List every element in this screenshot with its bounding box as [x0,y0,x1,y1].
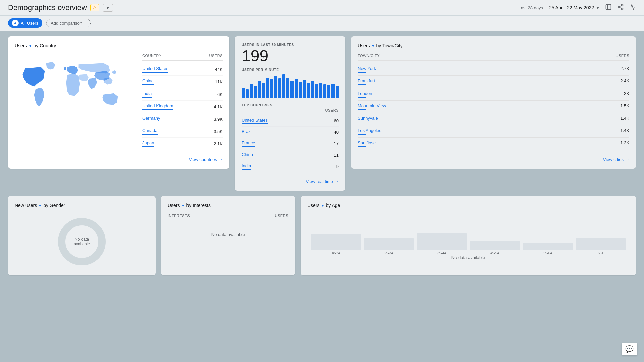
country-name-link[interactable]: United States [142,66,168,73]
col-interests-label: INTERESTS [168,214,190,218]
age-bar-group: 18-24 [311,234,361,255]
city-name-link[interactable]: Los Angeles [358,128,381,135]
country-value: 2.1K [214,141,223,146]
city-name-link[interactable]: San Jose [358,140,376,147]
add-icon: + [84,21,86,26]
title-dropdown-button[interactable]: ▼ [103,4,113,12]
per-minute-bar-chart [241,74,339,98]
country-card-title-prefix: Users [15,43,27,48]
city-name-link[interactable]: Frankfurt [358,78,375,85]
rt-country-link[interactable]: India [241,163,251,170]
bar-segment [311,81,314,98]
country-metric-dropdown[interactable]: ▾ [29,43,32,48]
user-avatar: A [12,20,19,26]
bar-segment [299,82,302,98]
age-card-header: Users ▾ by Age [307,203,629,208]
date-range[interactable]: 25 Apr - 22 May 2022 ▾ [549,5,599,10]
rt-value: 17 [334,141,339,146]
date-prefix: Last 28 days [518,5,543,10]
country-name-link[interactable]: India [142,91,152,98]
gender-title-suffix: by Gender [43,203,65,208]
bottom-row: New users ▾ by Gender No data available … [8,196,636,275]
add-comparison-label: Add comparison [51,21,82,26]
country-name-link[interactable]: Japan [142,140,154,147]
gender-card-header: New users ▾ by Gender [15,203,149,208]
realtime-count: 199 [241,48,339,64]
city-rows: New York 2.7K Frankfurt 2.4K London 2K M… [358,63,629,150]
age-bar [576,238,626,250]
world-map-svg [15,54,132,127]
age-bar [311,234,361,250]
bar-segment [307,83,310,98]
table-row: Japan 2.1K [142,138,223,150]
country-value: 3.9K [214,117,223,122]
city-name-link[interactable]: London [358,91,372,98]
age-bar [364,238,414,250]
country-name-link[interactable]: China [142,78,154,85]
view-countries-arrow: → [218,157,223,162]
bar-segment [254,86,257,98]
feedback-button[interactable]: 💬 [622,343,637,355]
table-row: Germany 3.9K [142,113,223,125]
view-countries-link[interactable]: View countries → [142,157,223,162]
bar-segment [290,81,293,98]
date-caret-icon[interactable]: ▾ [597,5,599,10]
view-cities-arrow: → [625,157,629,162]
col-interests-users-label: USERS [275,214,288,218]
bar-segment [258,81,261,98]
age-bar-label: 45-54 [490,251,499,255]
rt-country-link[interactable]: United States [241,118,268,124]
rt-col-users: USERS [325,108,339,112]
svg-line-5 [620,7,622,8]
page-title: Demographics overview [8,3,87,12]
country-name-link[interactable]: Germany [142,116,160,122]
rt-table-row: India 9 [241,161,339,172]
realtime-card: USERS IN LAST 30 MINUTES 199 USERS PER M… [235,36,345,191]
age-bar-label: 55-64 [543,251,552,255]
city-value: 1.5K [620,103,629,108]
city-name-link[interactable]: Mountain View [358,103,386,110]
rt-country-link[interactable]: China [241,152,253,158]
rt-value: 40 [334,130,339,135]
view-cities-link[interactable]: View cities → [358,157,629,162]
city-card-header: Users ▾ by Town/City [358,43,629,48]
cards-row-top: Users ▾ by Country [8,36,636,191]
city-table-row: Frankfurt 2.4K [358,76,629,88]
world-map-area [15,54,136,162]
bar-segment [286,78,289,98]
country-name-link[interactable]: United Kingdom [142,103,173,110]
rt-country-link[interactable]: France [241,140,255,147]
age-bar-group: 25-34 [364,238,414,255]
city-value: 2.4K [620,78,629,83]
edit-icon[interactable] [605,4,612,12]
city-metric-dropdown[interactable]: ▾ [372,43,374,48]
main-content: Users ▾ by Country [0,31,644,281]
rt-col-headers: USERS [241,108,339,114]
bar-segment [327,85,330,98]
share-icon[interactable] [617,4,624,12]
interests-metric-dropdown[interactable]: ▾ [182,203,184,208]
country-value: 44K [215,67,223,72]
age-bar-group: 45-54 [470,241,520,255]
city-table-row: Sunnyvale 1.4K [358,113,629,125]
age-bar-group: 65+ [576,238,626,255]
rt-table-row: China 11 [241,149,339,161]
svg-point-4 [622,8,623,10]
bar-segment [250,84,253,98]
all-users-pill[interactable]: A All Users [8,18,42,28]
analytics-icon[interactable] [629,4,636,12]
bar-segment [336,86,339,98]
city-name-link[interactable]: Sunnyvale [358,116,378,122]
age-metric-dropdown[interactable]: ▾ [322,203,324,208]
segment-bar: A All Users Add comparison + [0,16,644,31]
city-name-link[interactable]: New York [358,66,376,73]
add-comparison-button[interactable]: Add comparison + [46,19,91,27]
age-bar-label: 35-44 [437,251,446,255]
rt-country-link[interactable]: Brazil [241,129,253,135]
view-realtime-link[interactable]: View real time → [241,179,339,184]
country-name-link[interactable]: Canada [142,128,158,135]
interests-table: INTERESTS USERS No data available [168,214,288,247]
svg-point-2 [622,4,623,6]
gender-metric-dropdown[interactable]: ▾ [39,203,41,208]
table-row: Canada 3.5K [142,125,223,138]
